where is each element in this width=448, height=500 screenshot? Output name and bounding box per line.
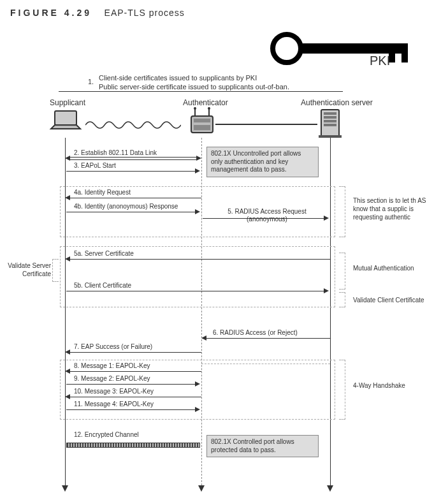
figure-number: FIGURE 4.29: [10, 8, 92, 18]
figure-title: FIGURE 4.29 EAP-TLS process: [0, 0, 448, 23]
msg-identity-request: 4a. Identity Request: [65, 190, 201, 202]
msg-eapol-key-1: 8. Message 1: EAPOL-Key: [65, 364, 201, 375]
brace-mutual-auth: [339, 253, 345, 290]
msg-label: 9. Message 2: EAPOL-Key: [74, 375, 150, 382]
side-note-identity: This section is to let th AS know that a…: [353, 196, 442, 221]
svg-point-0: [273, 34, 301, 62]
side-note-handshake: 4-Way Handshake: [353, 381, 417, 390]
arrow-down-icon: [327, 485, 333, 492]
msg-label: 4b. Identity (anonoymous) Response: [74, 203, 178, 210]
svg-rect-9: [191, 116, 213, 133]
note-uncontrolled-port: 802.1X Uncontrolled port allows only aut…: [206, 147, 319, 177]
pki-key-icon: [268, 29, 414, 68]
lane-supplicant-label: Supplicant: [50, 98, 85, 107]
svg-rect-1: [300, 43, 408, 54]
svg-rect-16: [324, 124, 336, 126]
encrypted-channel-bar: [66, 443, 200, 448]
msg-label: 10. Message 3: EAPOL-Key: [74, 388, 154, 395]
msg-eapol-key-3: 10. Message 3: EAPOL-Key: [65, 389, 201, 401]
lifeline-authenticator: [201, 138, 202, 485]
arrow-down-icon: [198, 485, 205, 492]
msg-radius-access-request: 5. RADIUS Access Request (anonoymous): [201, 210, 330, 222]
lifeline-authserver: [330, 138, 331, 485]
step1-line1: Client-side certificates issued to suppl…: [99, 74, 257, 82]
pki-label: PKI: [370, 54, 390, 68]
svg-rect-10: [194, 119, 210, 122]
msg-label: 5b. Client Certificate: [74, 282, 131, 289]
svg-rect-11: [194, 125, 210, 130]
step1-num: 1.: [88, 78, 94, 85]
eap-tls-diagram: PKI 1. Client-side certificates issued t…: [0, 23, 448, 495]
brace-validate-client: [339, 292, 345, 307]
svg-rect-15: [324, 120, 336, 122]
side-note-validate-server: Validate Server Certificate: [3, 261, 51, 278]
msg-label: 4a. Identity Request: [74, 189, 131, 196]
svg-rect-14: [324, 116, 336, 119]
brace-handshake: [339, 360, 345, 420]
msg-eap-success: 7. EAP Success (or Failure): [65, 344, 201, 356]
msg-identity-response: 4b. Identity (anonoymous) Response: [65, 204, 201, 216]
figure-caption: EAP-TLS process: [105, 8, 185, 18]
supplicant-laptop-icon: [48, 110, 83, 135]
msg-label: 11. Message 4: EAPOL-Key: [74, 401, 154, 408]
authenticator-ap-icon: [189, 106, 215, 136]
msg-label: 5. RADIUS Access Request (anonoymous): [213, 208, 321, 223]
msg-establish-datalink: 2. Establish 802.11 Data Link: [65, 151, 201, 162]
msg-label: 7. EAP Success (or Failure): [74, 343, 152, 350]
wired-link-line: [215, 124, 317, 125]
svg-point-8: [208, 107, 210, 110]
dashed-connector: [201, 364, 330, 364]
msg-label: 3. EAPoL Start: [74, 162, 116, 169]
msg-radius-access: 6. RADIUS Access (or Reject): [201, 330, 330, 342]
svg-point-7: [194, 107, 196, 110]
brace-validate-server: [52, 259, 59, 282]
msg-label: 5a. Server Certificate: [74, 250, 134, 257]
msg-label: 6. RADIUS Access (or Reject): [213, 329, 298, 336]
msg-label: 12. Encrypted Channel: [74, 431, 139, 438]
svg-rect-13: [324, 112, 336, 115]
svg-rect-4: [55, 111, 76, 125]
side-note-validate-client: Validate Client Certificate: [353, 296, 442, 304]
brace-identity: [339, 186, 345, 237]
msg-eapol-start: 3. EAPoL Start: [65, 163, 201, 175]
msg-eapol-key-4: 11. Message 4: EAPOL-Key: [65, 402, 201, 413]
lane-authserver-label: Authentication server: [301, 98, 373, 107]
step1-underline: [59, 91, 343, 92]
side-note-mutual-auth: Mutual Authentication: [353, 264, 430, 272]
msg-client-certificate: 5b. Client Certificate: [65, 283, 330, 295]
svg-rect-3: [401, 54, 408, 62]
msg-label: 8. Message 1: EAPOL-Key: [74, 362, 150, 369]
msg-label: 2. Establish 802.11 Data Link: [74, 149, 157, 156]
msg-eapol-key-2: 9. Message 2: EAPOL-Key: [65, 376, 201, 388]
note-controlled-port: 802.1X Controlled port allows protected …: [206, 435, 319, 457]
step1-line2: Public server-side certificate issued to…: [99, 83, 289, 91]
arrow-down-icon: [62, 485, 68, 492]
wireless-wave-icon: [85, 119, 181, 133]
authserver-server-icon: [317, 107, 343, 140]
msg-server-certificate: 5a. Server Certificate: [65, 251, 330, 263]
